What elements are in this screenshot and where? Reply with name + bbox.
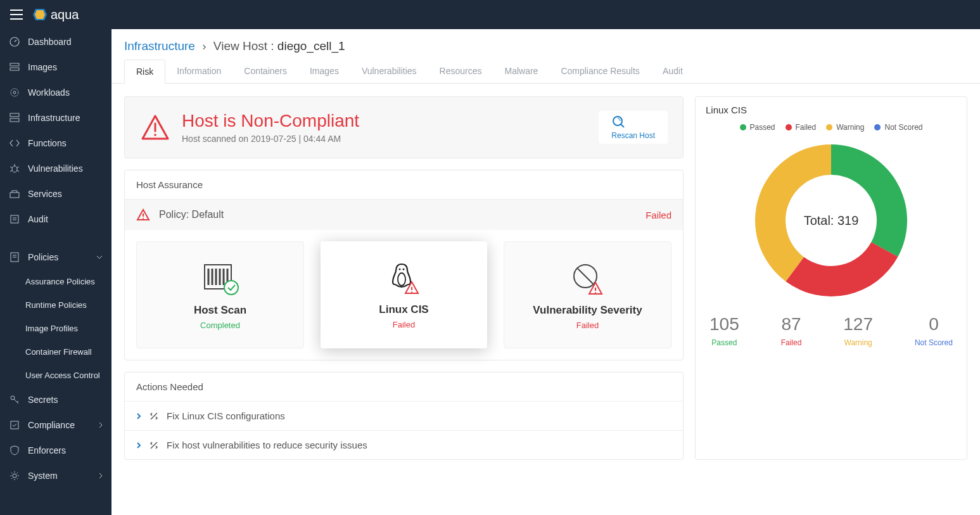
brand-name: aqua bbox=[51, 8, 79, 22]
svg-rect-7 bbox=[10, 113, 19, 117]
tabs: Risk Information Containers Images Vulne… bbox=[111, 60, 980, 84]
sidebar-item-vulnerabilities[interactable]: Vulnerabilities bbox=[0, 156, 111, 181]
svg-point-18 bbox=[143, 218, 144, 219]
tab-risk[interactable]: Risk bbox=[124, 60, 165, 84]
svg-point-16 bbox=[154, 134, 156, 136]
chevron-down-icon bbox=[96, 255, 103, 259]
sidebar-item-workloads[interactable]: Workloads bbox=[0, 80, 111, 105]
sidebar-item-audit[interactable]: Audit bbox=[0, 207, 111, 232]
rescan-host-button[interactable]: Rescan Host bbox=[599, 111, 668, 144]
layers-icon bbox=[9, 61, 20, 73]
chart-legend: Passed Failed Warning Not Scored bbox=[706, 123, 957, 132]
sidebar-sub-assurance-policies[interactable]: Assurance Policies bbox=[0, 270, 111, 293]
svg-rect-8 bbox=[10, 118, 19, 122]
card-host-scan[interactable]: Host Scan Completed bbox=[136, 241, 304, 348]
card-status: Failed bbox=[328, 320, 480, 329]
compliance-icon bbox=[9, 419, 20, 431]
legend-failed: Failed bbox=[786, 123, 817, 132]
panel-title: Actions Needed bbox=[125, 372, 683, 401]
tab-containers[interactable]: Containers bbox=[232, 60, 298, 83]
chevron-right-icon bbox=[136, 442, 141, 449]
stat-failed: 87 Failed bbox=[781, 314, 802, 347]
tab-vulnerabilities[interactable]: Vulnerabilities bbox=[350, 60, 428, 83]
sidebar-item-dashboard[interactable]: Dashboard bbox=[0, 29, 111, 54]
warning-triangle-icon bbox=[136, 208, 150, 221]
sidebar-item-label: Infrastructure bbox=[28, 113, 80, 123]
svg-rect-4 bbox=[10, 68, 19, 70]
sidebar-item-functions[interactable]: Functions bbox=[0, 130, 111, 156]
sidebar-item-label: Vulnerabilities bbox=[28, 163, 83, 174]
policy-status: Failed bbox=[646, 210, 671, 220]
svg-marker-1 bbox=[35, 10, 45, 19]
svg-point-21 bbox=[398, 273, 405, 286]
host-assurance-panel: Host Assurance Policy: Default Failed bbox=[124, 170, 684, 360]
sidebar-item-label: Compliance bbox=[28, 420, 75, 430]
card-title: Host Scan bbox=[144, 304, 296, 317]
tools-icon bbox=[149, 440, 159, 450]
tools-icon bbox=[149, 411, 159, 421]
menu-toggle-icon[interactable] bbox=[8, 7, 25, 22]
sidebar-item-label: Workloads bbox=[28, 87, 70, 98]
tab-images[interactable]: Images bbox=[298, 60, 350, 83]
sidebar-item-label: Policies bbox=[28, 252, 58, 262]
sidebar-item-images[interactable]: Images bbox=[0, 54, 111, 80]
noncompliant-title: Host is Non-Compliant bbox=[182, 111, 359, 131]
legend-passed: Passed bbox=[740, 123, 775, 132]
svg-point-15 bbox=[13, 474, 16, 478]
breadcrumb-page: View Host bbox=[213, 39, 267, 53]
sidebar-item-infrastructure[interactable]: Infrastructure bbox=[0, 105, 111, 130]
brand-logo[interactable]: aqua bbox=[33, 8, 79, 22]
tab-malware[interactable]: Malware bbox=[493, 60, 549, 83]
breadcrumb-link[interactable]: Infrastructure bbox=[124, 39, 195, 53]
sidebar-item-label: Dashboard bbox=[28, 37, 72, 47]
card-linux-cis[interactable]: Linux CIS Failed bbox=[321, 241, 487, 348]
chevron-right-icon bbox=[99, 422, 103, 428]
sidebar-item-label: Enforcers bbox=[28, 445, 66, 455]
stat-notscored: 0 Not Scored bbox=[915, 314, 953, 347]
tab-compliance-results[interactable]: Compliance Results bbox=[549, 60, 651, 83]
warning-triangle-icon bbox=[140, 113, 170, 141]
sidebar-sub-container-firewall[interactable]: Container Firewall bbox=[0, 340, 111, 364]
sidebar-item-label: Secrets bbox=[28, 395, 58, 405]
tab-information[interactable]: Information bbox=[165, 60, 232, 83]
svg-rect-3 bbox=[10, 63, 19, 66]
legend-notscored: Not Scored bbox=[874, 123, 922, 132]
key-icon bbox=[9, 394, 20, 405]
sidebar-item-policies[interactable]: Policies bbox=[0, 245, 111, 270]
donut-total: Total: 319 bbox=[749, 138, 913, 303]
sidebar-item-label: Audit bbox=[28, 214, 48, 224]
tab-audit[interactable]: Audit bbox=[651, 60, 694, 83]
sidebar-item-label: Functions bbox=[28, 138, 67, 148]
noncompliant-subtitle: Host scanned on 2019-07-25 | 04:44 AM bbox=[182, 134, 359, 144]
sidebar-sub-runtime-policies[interactable]: Runtime Policies bbox=[0, 293, 111, 317]
panel-title: Linux CIS bbox=[706, 105, 957, 115]
sidebar-item-label: Images bbox=[28, 62, 57, 72]
action-item[interactable]: Fix Linux CIS configurations bbox=[125, 401, 683, 430]
rescan-icon bbox=[611, 115, 655, 129]
sidebar-item-services[interactable]: Services bbox=[0, 181, 111, 207]
svg-rect-11 bbox=[11, 215, 18, 223]
rescan-host-label: Rescan Host bbox=[611, 131, 655, 140]
svg-point-20 bbox=[224, 281, 238, 295]
chevron-right-icon bbox=[99, 473, 103, 479]
sidebar-item-label: System bbox=[28, 471, 58, 481]
sidebar-sub-user-access-control[interactable]: User Access Control bbox=[0, 364, 111, 387]
server-icon bbox=[9, 112, 20, 124]
sidebar-item-enforcers[interactable]: Enforcers bbox=[0, 438, 111, 463]
chart-stats: 105 Passed 87 Failed 127 Warning 0 Not S… bbox=[706, 314, 957, 347]
breadcrumb-host: diego_cell_1 bbox=[277, 39, 345, 53]
svg-point-9 bbox=[12, 166, 17, 172]
gauge-icon bbox=[9, 36, 20, 48]
sidebar-sub-image-profiles[interactable]: Image Profiles bbox=[0, 317, 111, 340]
sidebar-item-compliance[interactable]: Compliance bbox=[0, 412, 111, 438]
card-status: Completed bbox=[144, 321, 296, 330]
card-vulnerability-severity[interactable]: Vulnerability Severity Failed bbox=[504, 241, 671, 348]
sidebar-item-secrets[interactable]: Secrets bbox=[0, 387, 111, 412]
svg-point-5 bbox=[11, 89, 18, 96]
actions-needed-panel: Actions Needed Fix Linux CIS configurati… bbox=[124, 372, 684, 460]
action-item[interactable]: Fix host vulnerabilities to reduce secur… bbox=[125, 430, 683, 459]
blocked-warning-icon bbox=[512, 260, 663, 298]
tab-resources[interactable]: Resources bbox=[428, 60, 493, 83]
svg-point-6 bbox=[13, 91, 16, 94]
sidebar-item-system[interactable]: System bbox=[0, 463, 111, 488]
